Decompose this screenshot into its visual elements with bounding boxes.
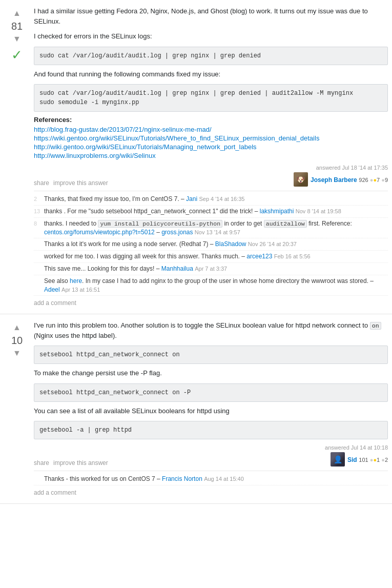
answered-label-1: answered Jul 18 '14 at 17:35 [316,165,388,171]
accepted-check-1: ✓ [11,47,23,63]
vote-count-2: 10 [11,334,23,347]
comment-text-1-6: This save me... Looking for this for day… [44,265,388,273]
comment-user-1-2[interactable]: lakshmipathi [260,208,294,215]
vote-down-button-1[interactable]: ▼ [10,33,24,45]
comment-link-1-7[interactable]: here [70,277,82,285]
answer-footer-2: share improve this answer answered Jul 1… [34,444,388,467]
answer-body-1: I had a similar issue getting Fedora 20,… [30,6,388,308]
user-details-1: Joseph Barbere 926 ●●7 ●9 [311,176,388,184]
ref-link-1[interactable]: http://blog.frag-gustav.de/2013/07/21/ng… [34,126,388,133]
vote-up-button-1[interactable]: ▲ [10,7,24,19]
comment-text-1-1: Thanks, that fixed my issue too, I'm on … [44,195,388,204]
avatar-2: 👤 [331,452,345,467]
code-block-1a: sudo cat /var/log/audit/audit.log | grep… [34,47,388,65]
comment-time-2-1: Aug 14 at 15:40 [204,476,244,482]
comment-time-1-1: Sep 4 '14 at 16:35 [199,196,244,202]
code-block-1b: sudo cat /var/log/audit/audit.log | grep… [34,84,388,112]
comment-time-1-4: Nov 26 '14 at 20:37 [248,241,297,247]
comment-text-1-4: Thanks a lot it's work for me using a no… [44,240,388,249]
user-rep-1: 926 ●●7 ●9 [359,177,388,183]
vote-up-button-2[interactable]: ▲ [10,321,24,334]
user-details-2: Sid 101 ●●1 ●2 [347,456,388,463]
answer-text-2a: I've run into this problem too. Another … [34,320,388,340]
code-inline-1-3a: yum install policycoreutils-python [98,220,222,228]
answer-footer-1: share improve this answer answered Jul 1… [34,165,388,187]
share-link-2[interactable]: share [34,459,49,467]
answer-body-2: I've run into this problem too. Another … [30,320,388,497]
comment-text-1-2: thanks . For me "sudo setsebool httpd_ca… [44,207,388,216]
comment-user-1-3[interactable]: gross.jonas [161,229,193,236]
user-info-2: 👤 Sid 101 ●●1 ●2 [331,452,388,467]
vote-column-1: ▲ 81 ▼ ✓ [4,6,30,308]
comment-1-3: 8 thanks. I needed to yum install policy… [34,218,388,239]
comment-time-1-7: Apr 13 at 16:51 [61,287,100,293]
comment-vote-1-3: 8 [34,220,41,228]
answer-text-2b: To make the change persist use the -P fl… [34,368,388,378]
vote-count-1: 81 [11,19,23,33]
code-inline-1-3b: audit2allow [264,220,307,228]
comment-user-1-4[interactable]: BlaShadow [215,240,246,248]
answer-meta-2: answered Jul 14 at 10:18 👤 Sid 101 ●●1 ●… [325,444,388,467]
answered-label-2: answered Jul 14 at 10:18 [325,444,388,451]
user-name-1[interactable]: Joseph Barbere [311,176,357,184]
comment-time-1-6: Apr 7 at 3:37 [195,266,227,272]
answer-text-1a: I had a similar issue getting Fedora 20,… [34,6,388,26]
answer-text-1c: And found that running the following com… [34,69,388,79]
add-comment-link-1[interactable]: add a comment [34,298,388,308]
comment-1-6: This save me... Looking for this for day… [34,263,388,275]
comment-vote-1-1: 2 [34,195,41,203]
comment-1-4: Thanks a lot it's work for me using a no… [34,238,388,251]
ref-link-2[interactable]: https://wiki.gentoo.org/wiki/SELinux/Tut… [34,134,388,142]
answer-text-1b: I checked for errors in the SELinux logs… [34,31,388,42]
comment-1-5: worked for me too. I was digging all wee… [34,251,388,263]
comment-text-1-3: thanks. I needed to yum install policyco… [44,219,388,237]
comment-user-1-7[interactable]: Adeel [44,286,60,293]
user-info-1: 🐶 Joseph Barbere 926 ●●7 ●9 [294,172,388,187]
code-block-2a: setsebool httpd_can_network_connect on [34,346,388,364]
add-comment-link-2[interactable]: add a comment [34,488,388,497]
comment-link-1-3[interactable]: centos.org/forums/viewtopic.php?t=5012 [44,229,155,236]
comment-1-2: 13 thanks . For me "sudo setsebool httpd… [34,206,388,218]
comment-text-2-1: Thanks - this worked for us on CentOS 7 … [44,475,388,483]
answer-text-2c: You can see a list of all available SELi… [34,406,388,416]
comments-section-2: Thanks - this worked for us on CentOS 7 … [34,471,388,497]
comment-time-1-3: Nov 13 '14 at 9:57 [195,229,240,235]
code-block-2c: getsebool -a | grep httpd [34,421,388,439]
references-heading-1: References: [34,116,388,124]
comment-1-7: See also here. In my case I had to add n… [34,275,388,296]
comment-user-1-6[interactable]: Manhhailua [161,265,193,272]
answer-meta-1: answered Jul 18 '14 at 17:35 🐶 Joseph Ba… [294,165,388,187]
user-rep-2: 101 ●●1 ●2 [359,457,388,463]
comment-text-1-5: worked for me too. I was digging all wee… [44,252,388,261]
avatar-img-2: 👤 [331,452,345,467]
avatar-1: 🐶 [294,172,308,187]
answer-actions-2: share improve this answer [34,459,108,467]
comments-section-1: 2 Thanks, that fixed my issue too, I'm o… [34,191,388,308]
code-block-2b: setsebool httpd_can_network_connect on -… [34,383,388,402]
comment-2-1: Thanks - this worked for us on CentOS 7 … [34,473,388,485]
comment-1-1: 2 Thanks, that fixed my issue too, I'm o… [34,193,388,206]
share-link-1[interactable]: share [34,179,49,187]
ref-link-3[interactable]: http://wiki.gentoo.org/wiki/SELinux/Tuto… [34,143,388,151]
answer-2: ▲ 10 ▼ I've run into this problem too. A… [0,314,392,504]
comment-text-1-7: See also here. In my case I had to add n… [44,277,388,294]
improve-link-1[interactable]: improve this answer [53,179,108,187]
improve-link-2[interactable]: improve this answer [53,459,108,467]
answer-actions-1: share improve this answer [34,179,108,187]
comment-time-1-2: Nov 8 '14 at 19:58 [296,208,341,214]
user-name-2[interactable]: Sid [347,456,357,463]
avatar-img-1: 🐶 [294,172,308,187]
comment-vote-1-2: 13 [34,208,41,215]
comment-user-1-5[interactable]: arcee123 [246,253,272,260]
code-inline-2a: on [370,322,381,330]
ref-link-4[interactable]: http://www.linuxproblems.org/wiki/Selinu… [34,152,388,159]
comment-user-1-1[interactable]: Jani [186,195,197,202]
comment-time-1-5: Feb 16 at 5:56 [274,253,311,259]
vote-column-2: ▲ 10 ▼ [4,320,30,497]
answer-1: ▲ 81 ▼ ✓ I had a similar issue getting F… [0,0,392,314]
vote-down-button-2[interactable]: ▼ [10,347,24,359]
comment-user-2-1[interactable]: Francis Norton [162,475,202,482]
